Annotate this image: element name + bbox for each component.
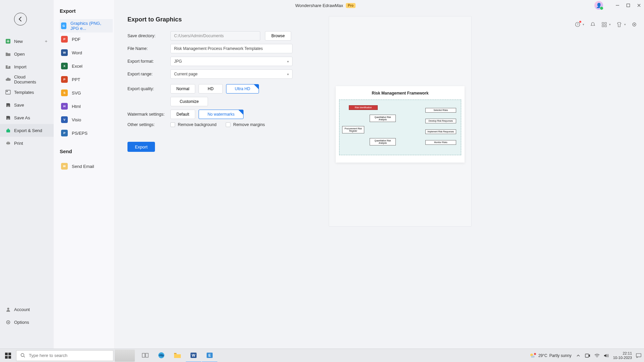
app-title: Wondershare EdrawMax — [295, 3, 343, 8]
svg-rect-2 — [6, 91, 8, 92]
nav-import[interactable]: Import — [0, 60, 54, 73]
weather-widget[interactable]: 29°C Partly sunny — [529, 352, 572, 359]
bell-icon[interactable] — [590, 21, 596, 27]
nav-label: Options — [14, 320, 29, 325]
nav-new[interactable]: New ＋ — [0, 35, 54, 48]
format-svg[interactable]: S SVG — [60, 86, 113, 100]
edge-button[interactable] — [154, 349, 169, 362]
explorer-button[interactable] — [170, 349, 185, 362]
nav-options[interactable]: Options — [0, 316, 54, 328]
format-visio[interactable]: V Visio — [60, 113, 113, 126]
quality-hd[interactable]: HD — [199, 84, 223, 94]
file-name-input[interactable] — [170, 44, 292, 53]
seg-label: Ultra HD — [235, 86, 250, 91]
close-button[interactable] — [637, 3, 641, 8]
svg-rect-29 — [174, 353, 176, 354]
gear-icon — [5, 319, 11, 325]
format-ppt[interactable]: P PPT — [60, 73, 113, 86]
format-word[interactable]: W Word — [60, 46, 113, 59]
svg-rect-16 — [605, 22, 606, 24]
nav-save[interactable]: Save — [0, 99, 54, 111]
word-button[interactable]: W — [186, 349, 201, 362]
settings-icon[interactable] — [631, 21, 637, 27]
volume-icon[interactable] — [604, 353, 609, 358]
preview-title: Risk Management Framework — [339, 91, 461, 96]
nav-save-as[interactable]: Save As — [0, 111, 54, 124]
format-excel[interactable]: X Excel — [60, 59, 113, 73]
format-label: Visio — [72, 117, 81, 122]
avatar[interactable]: 👤 — [594, 1, 603, 10]
nav-label: New — [14, 39, 23, 44]
format-ps-eps[interactable]: P PS/EPS — [60, 126, 113, 140]
remove-margins-checkbox[interactable]: Remove margins — [226, 122, 265, 127]
weather-temp: 29°C — [538, 353, 547, 358]
export-button[interactable]: Export — [127, 142, 155, 152]
format-label: Send Email — [72, 164, 94, 169]
diagram-box: Procurement Risk Register — [342, 126, 364, 133]
chevron-down-icon[interactable]: ▾ — [583, 23, 584, 26]
plus-square-icon — [5, 39, 11, 44]
format-label: SVG — [72, 90, 81, 96]
chevron-down-icon[interactable]: ▾ — [609, 23, 611, 26]
nav-templates[interactable]: Templates — [0, 86, 54, 99]
start-button[interactable] — [0, 349, 16, 362]
plus-icon[interactable]: ＋ — [44, 38, 48, 44]
edrawmax-button[interactable]: E — [202, 349, 217, 362]
chk-label: Remove background — [178, 122, 216, 127]
svg-rect-3 — [7, 106, 9, 107]
task-view-button[interactable] — [138, 349, 153, 362]
chevron-down-icon[interactable]: ▾ — [624, 23, 626, 26]
send-heading: Send — [60, 148, 114, 154]
watermark-default[interactable]: Default — [170, 110, 195, 119]
svg-rect-1 — [6, 90, 10, 94]
folder-icon — [5, 51, 11, 57]
send-email[interactable]: ✉ Send Email — [60, 160, 113, 173]
nav-label: Export & Send — [14, 128, 42, 133]
meet-now-icon[interactable] — [585, 353, 590, 358]
tray-chevron-icon[interactable] — [576, 353, 581, 358]
diagram-box: Develop Risk Responses — [425, 119, 456, 123]
cortana-widget[interactable] — [115, 350, 135, 362]
wifi-icon[interactable] — [594, 353, 600, 358]
quality-ultra-hd[interactable]: Ultra HD — [226, 84, 259, 94]
taskbar: Type here to search W E 29°C Partly sunn… — [0, 349, 644, 362]
format-html[interactable]: H Html — [60, 100, 113, 113]
seg-label: No watermarks — [208, 112, 235, 117]
save-dir-input[interactable] — [170, 31, 260, 41]
format-label: Excel — [72, 64, 83, 69]
ppt-icon: P — [61, 76, 68, 83]
nav-export-send[interactable]: Export & Send — [0, 124, 54, 137]
file-name-label: File Name: — [127, 46, 170, 51]
nav-cloud-documents[interactable]: Cloud Documents — [0, 73, 54, 86]
nav-print[interactable]: Print — [0, 137, 54, 149]
help-icon[interactable]: ? — [575, 21, 581, 27]
watermark-none[interactable]: No watermarks — [199, 110, 244, 119]
maximize-button[interactable] — [626, 3, 631, 8]
clothing-icon[interactable] — [616, 21, 622, 27]
apps-icon[interactable] — [601, 21, 607, 27]
quality-normal[interactable]: Normal — [170, 84, 195, 94]
quality-customize[interactable]: Customize — [170, 97, 208, 106]
format-pdf[interactable]: P PDF — [60, 33, 113, 46]
svg-icon: S — [61, 89, 68, 96]
diagram-box: Monitor Risks — [425, 140, 456, 145]
export-range-select[interactable]: Current page ▾ — [170, 69, 292, 79]
notifications-icon[interactable] — [636, 353, 641, 358]
browse-button[interactable]: Browse — [265, 31, 291, 41]
search-input[interactable]: Type here to search — [16, 350, 113, 361]
minimize-button[interactable] — [615, 3, 620, 8]
svg-rect-37 — [636, 353, 641, 357]
select-value: JPG — [174, 59, 182, 64]
clock[interactable]: 22:11 10-10-2023 — [613, 351, 632, 360]
weather-desc: Partly sunny — [549, 353, 572, 358]
nav-account[interactable]: Account — [0, 303, 54, 316]
export-format-select[interactable]: JPG ▾ — [170, 57, 292, 66]
nav-open[interactable]: Open — [0, 48, 54, 60]
back-button[interactable] — [14, 13, 27, 25]
svg-rect-17 — [602, 25, 604, 27]
svg-point-35 — [534, 353, 536, 355]
other-settings-label: Other settings: — [127, 122, 170, 127]
print-icon — [5, 140, 11, 146]
date: 10-10-2023 — [613, 356, 632, 360]
remove-background-checkbox[interactable]: Remove background — [170, 122, 216, 127]
